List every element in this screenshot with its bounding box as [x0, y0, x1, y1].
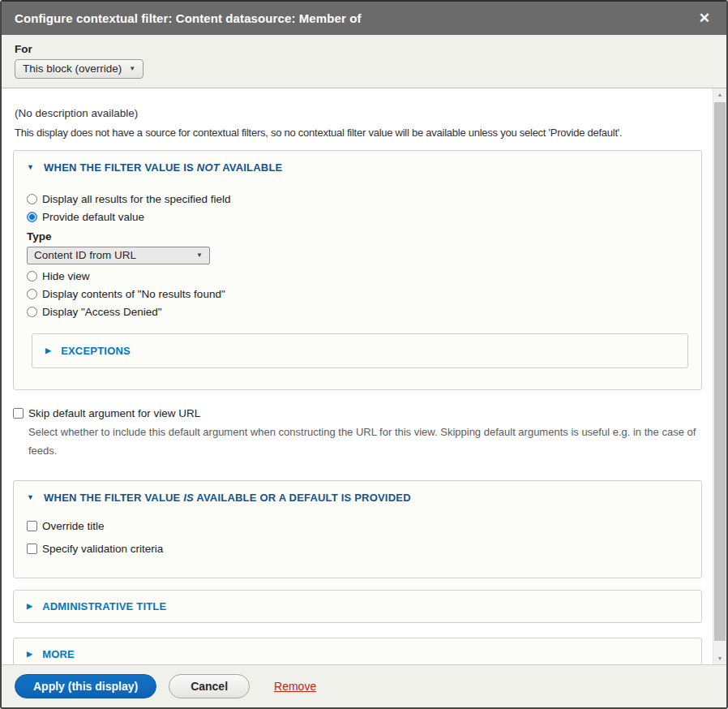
- checkbox-row-validation-criteria[interactable]: Specify validation criteria: [27, 543, 688, 555]
- for-section: For This block (override) ▼: [2, 35, 726, 88]
- radio-option-no-results[interactable]: Display contents of "No results found": [27, 288, 688, 300]
- for-select[interactable]: This block (override) ▼: [15, 59, 143, 79]
- fieldset-administrative-title-summary[interactable]: ▶ ADMINISTRATIVE TITLE: [27, 600, 688, 612]
- checkbox-row-override-title[interactable]: Override title: [27, 520, 688, 532]
- dialog-body-content: (No description available) This display …: [2, 88, 726, 664]
- radio-display-all[interactable]: [27, 194, 37, 204]
- radio-provide-default[interactable]: [27, 212, 37, 222]
- checkbox-skip-default[interactable]: [13, 408, 24, 419]
- fieldset-more: ▶ MORE: [13, 638, 702, 665]
- no-description-text: (No description available): [15, 107, 702, 119]
- fieldset-title: WHEN THE FILTER VALUE IS AVAILABLE OR A …: [44, 492, 411, 504]
- display-source-note: This display does not have a source for …: [15, 127, 702, 139]
- collapse-arrow-icon: ▼: [27, 494, 34, 501]
- fieldset-filter-available: ▼ WHEN THE FILTER VALUE IS AVAILABLE OR …: [13, 480, 702, 578]
- radio-access-denied[interactable]: [27, 307, 37, 317]
- default-type-select-value: Content ID from URL: [34, 249, 136, 261]
- expand-arrow-icon: ▶: [27, 651, 32, 658]
- radio-option-hide-view[interactable]: Hide view: [27, 270, 688, 282]
- chevron-down-icon: ▼: [196, 251, 203, 259]
- dialog-body: (No description available) This display …: [2, 88, 726, 665]
- default-action-options: Display all results for the specified fi…: [27, 193, 688, 318]
- default-type-select[interactable]: Content ID from URL ▼: [27, 247, 210, 264]
- fieldset-title: ADMINISTRATIVE TITLE: [42, 600, 166, 612]
- fieldset-filter-available-summary[interactable]: ▼ WHEN THE FILTER VALUE IS AVAILABLE OR …: [27, 492, 688, 504]
- for-label: For: [15, 43, 713, 55]
- collapse-arrow-icon: ▼: [27, 164, 34, 171]
- expand-arrow-icon: ▶: [27, 603, 32, 610]
- radio-hide-view[interactable]: [27, 271, 37, 281]
- fieldset-more-summary[interactable]: ▶ MORE: [27, 648, 688, 660]
- fieldset-title: MORE: [42, 648, 75, 660]
- checkbox-override-title[interactable]: [27, 521, 37, 531]
- checkbox-row-skip-default[interactable]: Skip default argument for view URL: [13, 407, 702, 419]
- fieldset-exceptions-summary[interactable]: ▶ EXCEPTIONS: [45, 345, 674, 357]
- fieldset-filter-not-available-summary[interactable]: ▼ WHEN THE FILTER VALUE IS NOT AVAILABLE: [27, 161, 688, 174]
- close-icon[interactable]: ✕: [696, 10, 713, 27]
- fieldset-administrative-title: ▶ ADMINISTRATIVE TITLE: [13, 590, 702, 623]
- checkbox-validation-criteria[interactable]: [27, 544, 37, 554]
- remove-link[interactable]: Remove: [274, 680, 316, 693]
- radio-option-provide-default[interactable]: Provide default value: [27, 211, 688, 223]
- scroll-up-icon[interactable]: ▲: [713, 88, 726, 101]
- chevron-down-icon: ▼: [129, 65, 135, 72]
- fieldset-filter-not-available: ▼ WHEN THE FILTER VALUE IS NOT AVAILABLE…: [13, 150, 702, 390]
- skip-default-description: Select whether to include this default a…: [28, 423, 696, 461]
- vertical-scrollbar[interactable]: ▲ ▼: [713, 88, 726, 664]
- expand-arrow-icon: ▶: [45, 347, 51, 354]
- type-label: Type: [27, 230, 688, 243]
- fieldset-exceptions: ▶ EXCEPTIONS: [32, 333, 688, 368]
- fieldset-title: EXCEPTIONS: [61, 345, 131, 357]
- dialog-titlebar: Configure contextual filter: Content dat…: [2, 2, 726, 35]
- for-select-value: This block (override): [23, 62, 122, 75]
- configure-contextual-filter-dialog: Configure contextual filter: Content dat…: [0, 0, 728, 709]
- scroll-down-icon[interactable]: ▼: [713, 652, 726, 664]
- apply-button[interactable]: Apply (this display): [15, 674, 156, 698]
- fieldset-title: WHEN THE FILTER VALUE IS NOT AVAILABLE: [44, 161, 282, 174]
- radio-option-access-denied[interactable]: Display "Access Denied": [27, 306, 688, 318]
- cancel-button[interactable]: Cancel: [169, 674, 250, 698]
- radio-no-results[interactable]: [27, 289, 37, 299]
- dialog-footer: Apply (this display) Cancel Remove: [2, 665, 726, 707]
- radio-option-display-all[interactable]: Display all results for the specified fi…: [27, 193, 688, 205]
- dialog-title: Configure contextual filter: Content dat…: [15, 11, 696, 25]
- scrollbar-thumb[interactable]: [714, 102, 726, 641]
